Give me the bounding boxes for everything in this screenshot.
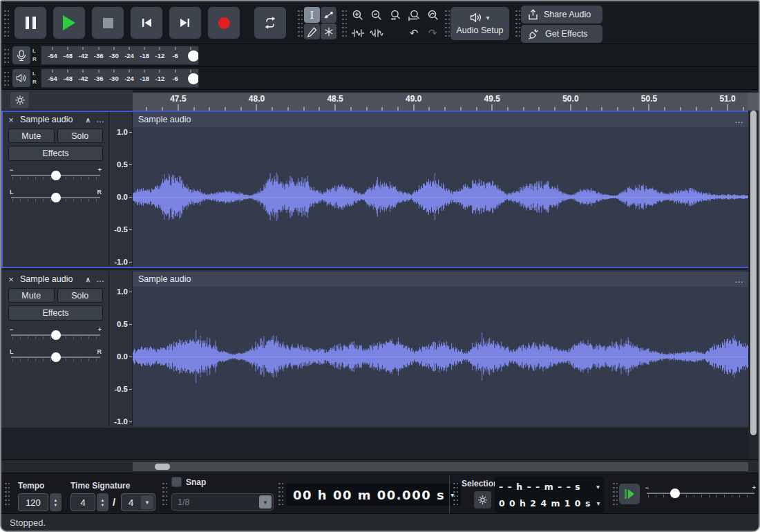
play-meter-button[interactable] (12, 69, 30, 87)
envelope-tool-button[interactable] (321, 7, 336, 23)
track-clip[interactable]: Sample audio… (133, 272, 750, 426)
track-collapse-icon[interactable]: ∧ (86, 276, 91, 283)
silence-audio-button[interactable] (368, 25, 386, 41)
meter-slider-handle[interactable] (188, 73, 199, 84)
zoom-out-button[interactable] (368, 7, 386, 23)
undo-button[interactable]: ↶ (405, 25, 423, 41)
zoom-in-button[interactable] (349, 7, 367, 23)
selection-tool-button[interactable]: I (304, 7, 320, 23)
pan-slider-thumb[interactable] (51, 352, 61, 362)
share-audio-button[interactable]: Share Audio (521, 6, 602, 23)
pause-button[interactable] (15, 7, 46, 39)
record-button[interactable] (208, 7, 240, 39)
track-menu-button[interactable]: … (96, 115, 105, 124)
tempo-input[interactable]: 120 (18, 493, 48, 511)
snap-checkbox[interactable] (171, 477, 182, 487)
mute-button[interactable]: Mute (8, 129, 55, 143)
time-toolbar-grip[interactable] (278, 482, 283, 508)
track-title[interactable]: Sample audio (20, 115, 83, 124)
vertical-scale-ruler[interactable]: 1.00.50.0-0.5-1.0 (108, 112, 133, 267)
horizontal-scrollbar-thumb[interactable] (155, 464, 170, 470)
waveform-canvas[interactable] (133, 287, 750, 426)
trim-audio-button[interactable] (349, 25, 367, 41)
effects-button[interactable]: Effects (8, 305, 103, 321)
audio-setup-grip[interactable] (444, 9, 450, 37)
tools-toolbar-grip[interactable] (297, 9, 303, 37)
play-at-speed-grip[interactable] (612, 482, 618, 508)
skip-to-end-button[interactable] (169, 7, 201, 39)
play-speed-slider[interactable]: − + (645, 484, 756, 501)
clip-menu-button[interactable]: … (734, 274, 744, 285)
fit-selection-button[interactable] (386, 7, 404, 23)
play-at-speed-button[interactable] (619, 484, 640, 504)
multi-tool-button[interactable] (321, 23, 336, 39)
solo-button[interactable]: Solo (57, 129, 104, 143)
dropdown-chevron-icon[interactable]: ▾ (259, 495, 272, 509)
pan-slider[interactable]: LR (10, 348, 102, 365)
zoom-toggle-button[interactable] (424, 7, 441, 23)
loop-button[interactable] (254, 7, 286, 39)
audio-position-display[interactable]: 00 h 00 m 00.000 s ▾ (286, 484, 461, 506)
draw-tool-button[interactable] (304, 23, 320, 39)
audio-setup-button[interactable]: ▾ Audio Setup (450, 7, 509, 40)
time-signature-lower-select[interactable]: 4 ▾ (121, 493, 155, 511)
rec-meter-grip[interactable] (3, 48, 9, 64)
effects-button[interactable]: Effects (8, 146, 103, 161)
snap-mode-select[interactable]: 1/8 ▾ (171, 493, 274, 511)
snap-grip[interactable] (162, 482, 167, 508)
track-menu-button[interactable]: … (96, 274, 105, 284)
mute-button[interactable]: Mute (8, 288, 55, 303)
pan-slider[interactable]: LR (10, 189, 102, 205)
time-signature-upper-input[interactable]: 4 (70, 493, 95, 511)
play-speed-slider-thumb[interactable] (670, 488, 680, 498)
clip-header[interactable]: Sample audio… (133, 272, 750, 287)
share-toolbar-grip[interactable] (515, 9, 520, 37)
selection-options-button[interactable] (474, 491, 491, 509)
ruler-tick (570, 104, 571, 111)
rec-meter-button[interactable] (12, 46, 30, 64)
pan-slider-thumb[interactable] (51, 193, 61, 202)
gain-slider-thumb[interactable] (51, 171, 61, 180)
caret-down-icon[interactable]: ▾ (596, 483, 600, 491)
edit-toolbar-grip[interactable] (341, 9, 347, 37)
stop-button[interactable] (92, 7, 124, 39)
gain-slider[interactable]: −+ (10, 326, 102, 343)
fit-project-button[interactable] (405, 7, 423, 23)
vertical-scrollbar-thumb[interactable] (750, 111, 757, 435)
transport-toolbar-grip[interactable] (3, 9, 9, 37)
gain-slider[interactable]: −+ (10, 167, 102, 183)
dropdown-chevron-icon[interactable]: ▾ (141, 495, 153, 509)
track-clip[interactable]: Sample audio… (133, 112, 750, 267)
track-collapse-icon[interactable]: ∧ (86, 116, 91, 124)
track-close-button[interactable]: × (6, 274, 16, 285)
track-title[interactable]: Sample audio (20, 274, 83, 284)
selection-toolbar-grip[interactable] (453, 482, 458, 508)
skip-to-start-button[interactable] (131, 7, 162, 39)
timeline-ruler[interactable]: 47.548.048.549.049.550.050.551.0 (133, 90, 748, 111)
time-signature-stepper[interactable]: ▲▼ (97, 493, 108, 511)
vertical-scrollbar[interactable] (748, 111, 759, 459)
play-at-speed-icon (623, 487, 636, 501)
meter-slider-handle[interactable] (188, 50, 199, 61)
clip-menu-button[interactable]: … (734, 115, 744, 125)
solo-button[interactable]: Solo (57, 288, 104, 303)
clip-header[interactable]: Sample audio… (133, 112, 750, 127)
vertical-scale-ruler[interactable]: 1.00.50.0-0.5-1.0 (108, 272, 133, 426)
time-signature-grip[interactable] (4, 482, 10, 508)
waveform-canvas[interactable] (133, 127, 750, 267)
rec-meter-bar[interactable]: -54-48-42-36-30-24-18-12-60 (41, 46, 199, 65)
redo-button[interactable]: ↷ (424, 25, 441, 41)
selection-end-field[interactable]: 0 0 h 2 4 m 1 0 s ▾ (499, 496, 600, 511)
play-meter-grip[interactable] (3, 70, 9, 87)
track-close-button[interactable]: × (6, 115, 16, 125)
play-meter-bar[interactable]: -54-48-42-36-30-24-18-12-60 (41, 68, 199, 88)
horizontal-scrollbar[interactable] (133, 462, 748, 471)
tempo-stepper[interactable]: ▲▼ (50, 493, 61, 511)
play-button[interactable] (53, 7, 85, 39)
scale-tick (129, 229, 132, 230)
selection-start-field[interactable]: – – h – – m – – s ▾ (499, 479, 600, 494)
timeline-options-button[interactable] (10, 92, 29, 108)
get-effects-button[interactable]: Get Effects (521, 25, 602, 43)
caret-down-icon[interactable]: ▾ (596, 500, 600, 507)
gain-slider-thumb[interactable] (51, 330, 61, 340)
